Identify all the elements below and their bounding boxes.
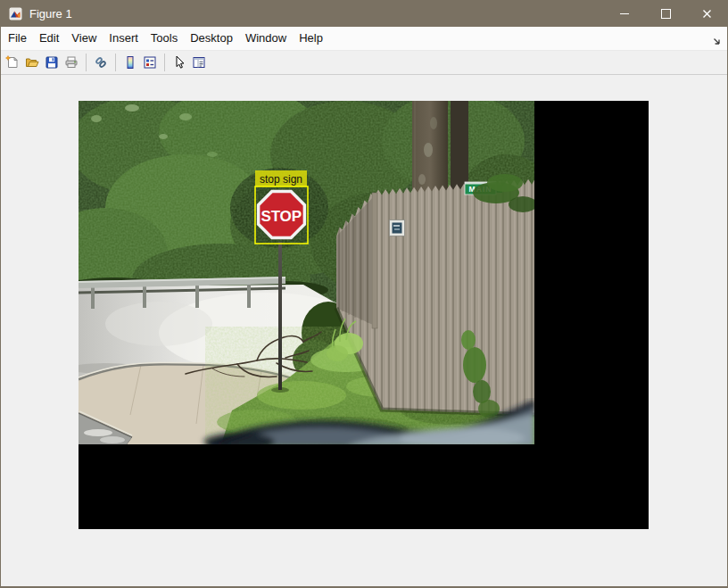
- insert-legend-button[interactable]: [140, 52, 160, 73]
- maximize-button[interactable]: [645, 0, 686, 27]
- property-inspector-button[interactable]: [189, 52, 209, 73]
- titlebar: Figure 1: [1, 0, 727, 27]
- figure-window: Figure 1 File Edit View Insert Tools Des…: [0, 0, 728, 588]
- close-icon: [702, 9, 712, 19]
- menu-view[interactable]: View: [65, 27, 103, 50]
- edit-plot-button[interactable]: [170, 52, 189, 73]
- dock-figure-arrow-icon[interactable]: [712, 34, 722, 50]
- toolbar-separator: [115, 54, 116, 71]
- maximize-icon: [661, 9, 671, 19]
- open-file-icon: [25, 55, 39, 70]
- figure-image: STOP stop sign: [79, 101, 649, 529]
- menu-file[interactable]: File: [2, 27, 33, 50]
- minimize-button[interactable]: [604, 0, 645, 27]
- property-inspector-icon: [192, 55, 206, 70]
- insert-colorbar-icon: [123, 55, 137, 70]
- window-title: Figure 1: [29, 7, 72, 21]
- toolbar-separator: [86, 54, 87, 71]
- detection-label: stop sign: [260, 173, 302, 186]
- save-figure-button[interactable]: [42, 52, 62, 73]
- toolbar-separator: [164, 54, 165, 71]
- figure-toolbar: [1, 51, 727, 75]
- menu-desktop[interactable]: Desktop: [184, 27, 239, 50]
- insert-colorbar-button[interactable]: [120, 52, 140, 73]
- stop-sign: STOP: [259, 192, 305, 238]
- figure-canvas: STOP stop sign: [1, 75, 727, 586]
- menu-tools[interactable]: Tools: [145, 27, 184, 50]
- fence: [336, 179, 534, 415]
- minimize-icon: [620, 13, 629, 14]
- matlab-logo-icon: [9, 7, 22, 21]
- menu-insert[interactable]: Insert: [103, 27, 145, 50]
- new-figure-button[interactable]: [3, 52, 22, 73]
- new-figure-icon: [5, 55, 20, 70]
- save-figure-icon: [45, 55, 59, 70]
- open-file-button[interactable]: [22, 52, 42, 73]
- insert-legend-icon: [143, 55, 157, 70]
- print-figure-icon: [64, 55, 79, 70]
- print-figure-button[interactable]: [62, 52, 81, 73]
- link-plot-icon: [94, 55, 108, 70]
- stop-sign-text: STOP: [261, 208, 302, 225]
- menu-window[interactable]: Window: [239, 27, 293, 50]
- menu-help[interactable]: Help: [293, 27, 329, 50]
- close-button[interactable]: [686, 0, 727, 27]
- edit-plot-arrow-icon: [172, 55, 186, 70]
- menubar: File Edit View Insert Tools Desktop Wind…: [1, 27, 727, 51]
- fence-sign: [390, 220, 405, 236]
- menu-edit[interactable]: Edit: [33, 27, 65, 50]
- link-plot-button[interactable]: [91, 52, 111, 73]
- figure-axes: STOP stop sign: [79, 101, 649, 529]
